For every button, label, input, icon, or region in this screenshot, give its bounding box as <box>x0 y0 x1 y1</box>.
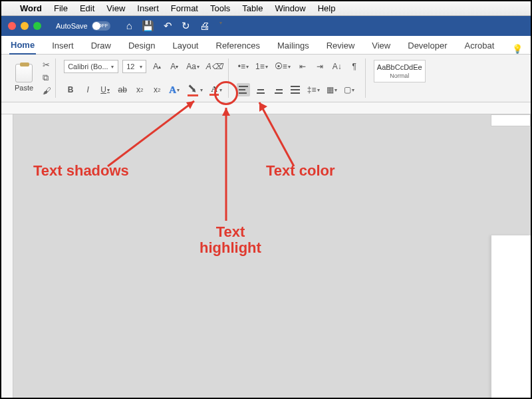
svg-marker-3 <box>222 108 230 116</box>
svg-line-0 <box>108 101 194 166</box>
annotation-arrows <box>1 1 532 399</box>
svg-line-4 <box>259 102 294 166</box>
